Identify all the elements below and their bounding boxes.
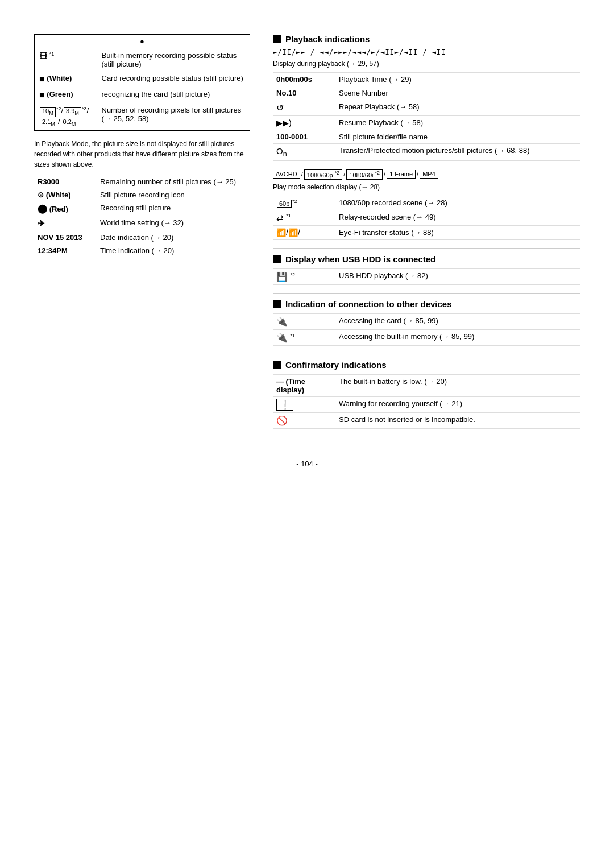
table-row: 12:34PM Time indication (→ 20) (34, 244, 250, 257)
mode-bar: AVCHD / 1080/60p *2 / 1080/60i *2 / 1 Fr… (273, 169, 580, 180)
table-row: ▶▶) Resume Playback (→ 58) (273, 116, 580, 130)
scene-number-label: No.10 (273, 86, 335, 100)
page-layout: ● 🎞 *1 Built-in memory recording possibl… (34, 34, 580, 437)
table-row: 🔌 *1 Accessing the built-in memory (→ 85… (273, 329, 580, 345)
desc-cell: Warning for recording yourself (→ 21) (335, 396, 580, 412)
desc-cell: Number of recording pixels for still pic… (97, 103, 250, 130)
resume-icon: ▶▶) (273, 116, 335, 130)
usb-hdd-heading-text: Display when USB HDD is connected (285, 254, 435, 264)
play-mode-table: 60p*2 1080/60p recorded scene (→ 28) ⇄ *… (273, 196, 580, 240)
desc-cell: Built-in memory recording possible statu… (97, 48, 250, 72)
desc-cell: Playback Time (→ 29) (335, 73, 580, 86)
eyefi-icon: 📶/📶/ (273, 225, 335, 239)
connection-heading-text: Indication of connection to other device… (285, 299, 452, 309)
transfer-icon: On (273, 144, 335, 161)
icon-cell: ■ (Green) (35, 87, 97, 103)
page-number: - 104 - (34, 460, 580, 468)
desc-cell: 1080/60p recorded scene (→ 28) (335, 196, 580, 210)
desc-cell: USB HDD playback (→ 82) (335, 268, 580, 284)
battery-low-label: — (Timedisplay) (273, 374, 335, 396)
relay-icon: ⇄ *1 (273, 210, 335, 225)
icon-cell: 10M*2/3.9M*3/ 2.1M/0.2M (35, 103, 97, 130)
warning-icon: ❕ (273, 396, 335, 412)
table-row: NOV 15 2013 Date indication (→ 20) (34, 231, 250, 244)
desc-cell: Date indication (→ 20) (97, 231, 250, 244)
1080-60i-mode: 1080/60i *2 (346, 169, 383, 180)
table-row: 💾 *2 USB HDD playback (→ 82) (273, 268, 580, 284)
memory-icon: 🎞 (39, 51, 47, 60)
table-row: ❕ Warning for recording yourself (→ 21) (273, 396, 580, 412)
desc-cell: Still picture folder/file name (335, 130, 580, 144)
record-icon: ⬤ (38, 204, 47, 213)
desc-cell: Relay-recorded scene (→ 49) (335, 210, 580, 225)
table-row: 🚫 SD card is not inserted or is incompat… (273, 412, 580, 428)
memory-access-icon: 🔌 *1 (273, 329, 335, 345)
desc-cell: World time setting (→ 32) (97, 216, 250, 231)
left-table-header: ● (35, 35, 250, 48)
desc-cell: Recording still picture (97, 201, 250, 216)
table-row: 🔌 Accessing the card (→ 85, 99) (273, 313, 580, 329)
table-row: ✈ World time setting (→ 32) (34, 216, 250, 231)
left-main-table: ● 🎞 *1 Built-in memory recording possibl… (34, 34, 250, 131)
table-row: ⇄ *1 Relay-recorded scene (→ 49) (273, 210, 580, 225)
desc-cell: Eye-Fi transfer status (→ 88) (335, 225, 580, 239)
left-column: ● 🎞 *1 Built-in memory recording possibl… (34, 34, 250, 261)
table-row: — (Timedisplay) The built-in battery is … (273, 374, 580, 396)
desc-cell: SD card is not inserted or is incompatib… (335, 412, 580, 428)
confirmatory-heading: Confirmatory indications (273, 360, 580, 370)
desc-cell: recognizing the card (still picture) (97, 87, 250, 103)
usb-hdd-table: 💾 *2 USB HDD playback (→ 82) (273, 268, 580, 285)
table-row: 0h00m00s Playback Time (→ 29) (273, 73, 580, 86)
confirmatory-heading-text: Confirmatory indications (285, 360, 387, 370)
icon-cell: ■ (White) (35, 71, 97, 87)
table-row: ⊙ (White) Still picture recording icon (34, 188, 250, 201)
desc-cell: Scene Number (335, 86, 580, 100)
section-bullet-icon (273, 255, 281, 263)
table-row: 60p*2 1080/60p recorded scene (→ 28) (273, 196, 580, 210)
section-bullet-icon (273, 361, 281, 369)
section-bullet-icon (273, 35, 281, 43)
playback-icons-row: ►/II/►► / ◄◄/►►►/◄◄◄/►/◄II►/◄II / ◄II (273, 48, 580, 56)
desc-cell: Accessing the built-in memory (→ 85, 99) (335, 329, 580, 345)
desc-cell: Remaining number of still pictures (→ 25… (97, 175, 250, 188)
playback-heading: Playback indications (273, 34, 580, 44)
playback-heading-text: Playback indications (285, 34, 370, 44)
camera-icon: ⊙ (38, 191, 44, 199)
table-row: 📶/📶/ Eye-Fi transfer status (→ 88) (273, 225, 580, 239)
playback-time-label: 0h00m00s (273, 73, 335, 86)
table-row: 10M*2/3.9M*3/ 2.1M/0.2M Number of record… (35, 103, 250, 130)
right-column: Playback indications ►/II/►► / ◄◄/►►►/◄◄… (273, 34, 580, 437)
section-bullet-icon (273, 300, 281, 308)
icon-cell: 🎞 *1 (35, 48, 97, 72)
label-cell: R3000 (34, 175, 97, 188)
world-time-icon: ✈ (38, 218, 45, 228)
label-cell: ✈ (34, 216, 97, 231)
table-row: ■ (Green) recognizing the card (still pi… (35, 87, 250, 103)
table-row: 🎞 *1 Built-in memory recording possible … (35, 48, 250, 72)
connection-table: 🔌 Accessing the card (→ 85, 99) 🔌 *1 Acc… (273, 313, 580, 346)
label-cell: ⬤ (Red) (34, 201, 97, 216)
table-row: ■ (White) Card recording possible status… (35, 71, 250, 87)
display-note: Display during playback (→ 29, 57) (273, 60, 580, 68)
desc-cell: Accessing the card (→ 85, 99) (335, 313, 580, 329)
label-cell: ⊙ (White) (34, 188, 97, 201)
data-table: R3000 Remaining number of still pictures… (34, 175, 250, 257)
desc-cell: The built-in battery is low. (→ 20) (335, 374, 580, 396)
table-row: R3000 Remaining number of still pictures… (34, 175, 250, 188)
usb-hdd-heading: Display when USB HDD is connected (273, 254, 580, 264)
desc-cell: Time indication (→ 20) (97, 244, 250, 257)
desc-cell: Still picture recording icon (97, 188, 250, 201)
hdd-icon: 💾 *2 (273, 268, 335, 284)
card-access-icon: 🔌 (273, 313, 335, 329)
play-mode-note: Play mode selection display (→ 28) (273, 183, 580, 191)
desc-cell: Transfer/Protected motion pictures/still… (335, 144, 580, 161)
desc-cell: Card recording possible status (still pi… (97, 71, 250, 87)
section-divider (273, 354, 580, 354)
folder-label: 100-0001 (273, 130, 335, 144)
repeat-icon: ↺ (273, 100, 335, 116)
table-row: No.10 Scene Number (273, 86, 580, 100)
mp4-mode: MP4 (420, 170, 438, 179)
note-text: In Playback Mode, the picture size is no… (34, 139, 250, 170)
60p-icon: 60p*2 (273, 196, 335, 210)
1080-60p-mode: 1080/60p *2 (304, 169, 342, 180)
